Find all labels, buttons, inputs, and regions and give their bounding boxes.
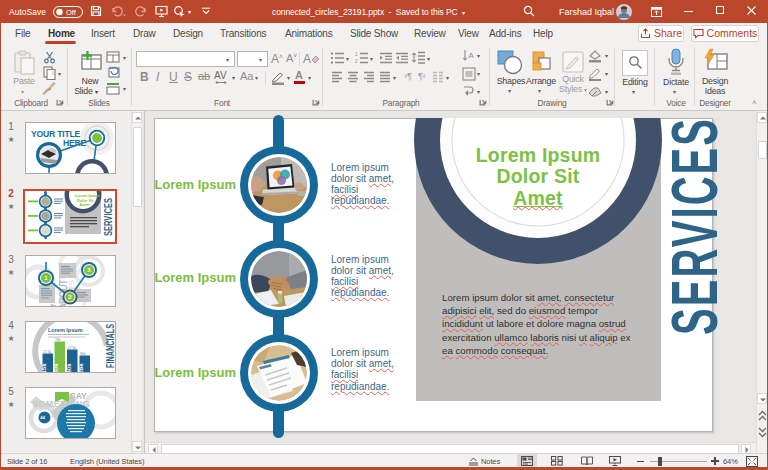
svg-text:2: 2 <box>355 59 358 64</box>
svg-text:AV: AV <box>214 70 227 81</box>
svg-text:“: “ <box>40 413 46 425</box>
svg-text:28k: 28k <box>78 363 84 372</box>
svg-text:47.5k: 47.5k <box>68 346 77 350</box>
svg-text:70k: 70k <box>55 338 61 342</box>
svg-text:Off: Off <box>66 7 77 16</box>
svg-text:1: 1 <box>355 52 358 57</box>
svg-text:A: A <box>469 51 475 60</box>
svg-text:SERVICES: SERVICES <box>101 198 113 236</box>
svg-text:30k: 30k <box>80 352 86 356</box>
svg-text:Lorem Ipsum: Lorem Ipsum <box>48 327 83 333</box>
svg-text:FINANCIALS: FINANCIALS <box>104 324 115 368</box>
svg-text:17.5k: 17.5k <box>43 350 52 354</box>
svg-text:15k: 15k <box>41 363 47 372</box>
svg-text:SERVICES: SERVICES <box>660 119 720 335</box>
svg-text:Amet: Amet <box>79 202 90 207</box>
svg-text:60k: 60k <box>53 363 59 372</box>
svg-text:40k: 40k <box>66 363 72 372</box>
